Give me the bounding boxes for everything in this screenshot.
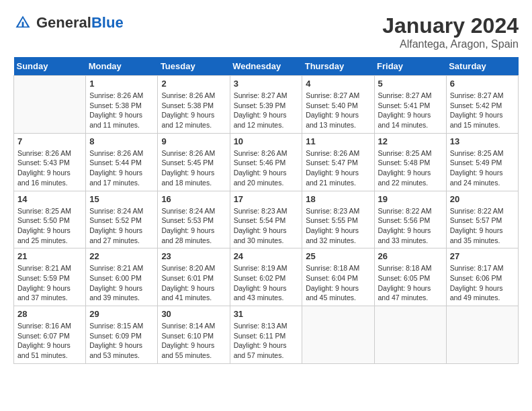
day-number: 9 bbox=[161, 136, 226, 146]
day-info: Sunrise: 8:27 AM Sunset: 5:40 PM Dayligh… bbox=[306, 91, 370, 130]
title-block: January 2024 Alfantega, Aragon, Spain bbox=[382, 13, 519, 50]
page-header: GeneralBlue January 2024 Alfantega, Arag… bbox=[13, 13, 519, 50]
day-info: Sunrise: 8:24 AM Sunset: 5:52 PM Dayligh… bbox=[89, 206, 154, 246]
day-info: Sunrise: 8:14 AM Sunset: 6:10 PM Dayligh… bbox=[161, 321, 226, 361]
day-number: 27 bbox=[450, 251, 515, 261]
logo-blue-text: Blue bbox=[91, 14, 124, 31]
day-number: 26 bbox=[378, 251, 443, 261]
calendar-week-4: 21Sunrise: 8:21 AM Sunset: 5:59 PM Dayli… bbox=[14, 248, 519, 306]
day-header-monday: Monday bbox=[86, 57, 158, 76]
calendar-cell: 28Sunrise: 8:16 AM Sunset: 6:07 PM Dayli… bbox=[14, 306, 86, 364]
calendar-week-3: 14Sunrise: 8:25 AM Sunset: 5:50 PM Dayli… bbox=[14, 191, 519, 248]
calendar-week-5: 28Sunrise: 8:16 AM Sunset: 6:07 PM Dayli… bbox=[14, 306, 519, 364]
calendar-cell bbox=[14, 76, 86, 134]
day-header-sunday: Sunday bbox=[14, 57, 86, 76]
calendar-table: SundayMondayTuesdayWednesdayThursdayFrid… bbox=[13, 57, 519, 364]
calendar-cell: 30Sunrise: 8:14 AM Sunset: 6:10 PM Dayli… bbox=[158, 306, 230, 364]
day-number: 5 bbox=[378, 79, 443, 89]
calendar-cell: 29Sunrise: 8:15 AM Sunset: 6:09 PM Dayli… bbox=[86, 306, 158, 364]
day-info: Sunrise: 8:22 AM Sunset: 5:56 PM Dayligh… bbox=[378, 206, 443, 246]
day-number: 22 bbox=[89, 251, 154, 261]
day-header-wednesday: Wednesday bbox=[230, 57, 302, 76]
day-number: 11 bbox=[306, 136, 370, 146]
day-info: Sunrise: 8:26 AM Sunset: 5:44 PM Dayligh… bbox=[89, 148, 154, 188]
calendar-cell: 23Sunrise: 8:20 AM Sunset: 6:01 PM Dayli… bbox=[158, 248, 230, 306]
day-info: Sunrise: 8:27 AM Sunset: 5:41 PM Dayligh… bbox=[378, 91, 443, 130]
calendar-cell: 22Sunrise: 8:21 AM Sunset: 6:00 PM Dayli… bbox=[86, 248, 158, 306]
day-number: 4 bbox=[306, 79, 370, 89]
day-info: Sunrise: 8:26 AM Sunset: 5:46 PM Dayligh… bbox=[234, 148, 299, 188]
day-info: Sunrise: 8:18 AM Sunset: 6:05 PM Dayligh… bbox=[378, 263, 443, 303]
day-info: Sunrise: 8:27 AM Sunset: 5:42 PM Dayligh… bbox=[450, 91, 515, 130]
calendar-cell: 31Sunrise: 8:13 AM Sunset: 6:11 PM Dayli… bbox=[230, 306, 302, 364]
day-number: 25 bbox=[306, 251, 370, 261]
day-number: 17 bbox=[234, 194, 299, 204]
calendar-cell: 4Sunrise: 8:27 AM Sunset: 5:40 PM Daylig… bbox=[302, 76, 374, 134]
logo: GeneralBlue bbox=[13, 13, 124, 32]
day-info: Sunrise: 8:25 AM Sunset: 5:48 PM Dayligh… bbox=[378, 148, 443, 188]
day-number: 15 bbox=[89, 194, 154, 204]
calendar-header-row: SundayMondayTuesdayWednesdayThursdayFrid… bbox=[14, 57, 519, 76]
calendar-cell: 21Sunrise: 8:21 AM Sunset: 5:59 PM Dayli… bbox=[14, 248, 86, 306]
day-info: Sunrise: 8:27 AM Sunset: 5:39 PM Dayligh… bbox=[234, 91, 299, 130]
calendar-cell: 27Sunrise: 8:17 AM Sunset: 6:06 PM Dayli… bbox=[446, 248, 518, 306]
calendar-cell: 2Sunrise: 8:26 AM Sunset: 5:38 PM Daylig… bbox=[158, 76, 230, 134]
calendar-cell: 15Sunrise: 8:24 AM Sunset: 5:52 PM Dayli… bbox=[86, 191, 158, 248]
day-info: Sunrise: 8:15 AM Sunset: 6:09 PM Dayligh… bbox=[89, 321, 154, 361]
calendar-cell: 6Sunrise: 8:27 AM Sunset: 5:42 PM Daylig… bbox=[446, 76, 518, 134]
day-number: 19 bbox=[378, 194, 443, 204]
calendar-cell: 3Sunrise: 8:27 AM Sunset: 5:39 PM Daylig… bbox=[230, 76, 302, 134]
day-number: 29 bbox=[89, 309, 154, 319]
calendar-cell: 19Sunrise: 8:22 AM Sunset: 5:56 PM Dayli… bbox=[374, 191, 446, 248]
day-number: 18 bbox=[306, 194, 370, 204]
calendar-week-1: 1Sunrise: 8:26 AM Sunset: 5:38 PM Daylig… bbox=[14, 76, 519, 134]
day-number: 3 bbox=[234, 79, 299, 89]
calendar-cell: 13Sunrise: 8:25 AM Sunset: 5:49 PM Dayli… bbox=[446, 133, 518, 191]
day-info: Sunrise: 8:26 AM Sunset: 5:47 PM Dayligh… bbox=[306, 148, 370, 188]
day-number: 31 bbox=[234, 309, 299, 319]
calendar-cell: 18Sunrise: 8:23 AM Sunset: 5:55 PM Dayli… bbox=[302, 191, 374, 248]
calendar-cell: 1Sunrise: 8:26 AM Sunset: 5:38 PM Daylig… bbox=[86, 76, 158, 134]
day-info: Sunrise: 8:23 AM Sunset: 5:54 PM Dayligh… bbox=[234, 206, 299, 246]
calendar-body: 1Sunrise: 8:26 AM Sunset: 5:38 PM Daylig… bbox=[14, 76, 519, 364]
calendar-cell bbox=[302, 306, 374, 364]
day-number: 8 bbox=[89, 136, 154, 146]
day-info: Sunrise: 8:16 AM Sunset: 6:07 PM Dayligh… bbox=[17, 321, 82, 361]
location-subtitle: Alfantega, Aragon, Spain bbox=[382, 38, 519, 50]
day-info: Sunrise: 8:17 AM Sunset: 6:06 PM Dayligh… bbox=[450, 263, 515, 303]
day-number: 1 bbox=[89, 79, 154, 89]
day-header-friday: Friday bbox=[374, 57, 446, 76]
day-info: Sunrise: 8:22 AM Sunset: 5:57 PM Dayligh… bbox=[450, 206, 515, 246]
day-info: Sunrise: 8:13 AM Sunset: 6:11 PM Dayligh… bbox=[234, 321, 299, 361]
calendar-cell bbox=[446, 306, 518, 364]
day-number: 30 bbox=[161, 309, 226, 319]
day-info: Sunrise: 8:26 AM Sunset: 5:38 PM Dayligh… bbox=[161, 91, 226, 130]
day-number: 23 bbox=[161, 251, 226, 261]
calendar-cell: 11Sunrise: 8:26 AM Sunset: 5:47 PM Dayli… bbox=[302, 133, 374, 191]
day-number: 28 bbox=[17, 309, 82, 319]
calendar-cell: 8Sunrise: 8:26 AM Sunset: 5:44 PM Daylig… bbox=[86, 133, 158, 191]
day-number: 16 bbox=[161, 194, 226, 204]
day-info: Sunrise: 8:21 AM Sunset: 6:00 PM Dayligh… bbox=[89, 263, 154, 303]
day-number: 14 bbox=[17, 194, 82, 204]
day-header-tuesday: Tuesday bbox=[158, 57, 230, 76]
day-number: 13 bbox=[450, 136, 515, 146]
day-number: 7 bbox=[17, 136, 82, 146]
calendar-cell: 20Sunrise: 8:22 AM Sunset: 5:57 PM Dayli… bbox=[446, 191, 518, 248]
day-info: Sunrise: 8:26 AM Sunset: 5:43 PM Dayligh… bbox=[17, 148, 82, 188]
day-info: Sunrise: 8:20 AM Sunset: 6:01 PM Dayligh… bbox=[161, 263, 226, 303]
calendar-cell: 7Sunrise: 8:26 AM Sunset: 5:43 PM Daylig… bbox=[14, 133, 86, 191]
day-info: Sunrise: 8:25 AM Sunset: 5:50 PM Dayligh… bbox=[17, 206, 82, 246]
logo-general-text: General bbox=[36, 14, 91, 31]
month-title: January 2024 bbox=[382, 13, 519, 38]
calendar-cell: 24Sunrise: 8:19 AM Sunset: 6:02 PM Dayli… bbox=[230, 248, 302, 306]
calendar-cell: 12Sunrise: 8:25 AM Sunset: 5:48 PM Dayli… bbox=[374, 133, 446, 191]
day-number: 20 bbox=[450, 194, 515, 204]
calendar-cell: 9Sunrise: 8:26 AM Sunset: 5:45 PM Daylig… bbox=[158, 133, 230, 191]
day-info: Sunrise: 8:26 AM Sunset: 5:38 PM Dayligh… bbox=[89, 91, 154, 130]
day-info: Sunrise: 8:26 AM Sunset: 5:45 PM Dayligh… bbox=[161, 148, 226, 188]
day-number: 10 bbox=[234, 136, 299, 146]
day-info: Sunrise: 8:23 AM Sunset: 5:55 PM Dayligh… bbox=[306, 206, 370, 246]
day-info: Sunrise: 8:19 AM Sunset: 6:02 PM Dayligh… bbox=[234, 263, 299, 303]
calendar-cell: 26Sunrise: 8:18 AM Sunset: 6:05 PM Dayli… bbox=[374, 248, 446, 306]
